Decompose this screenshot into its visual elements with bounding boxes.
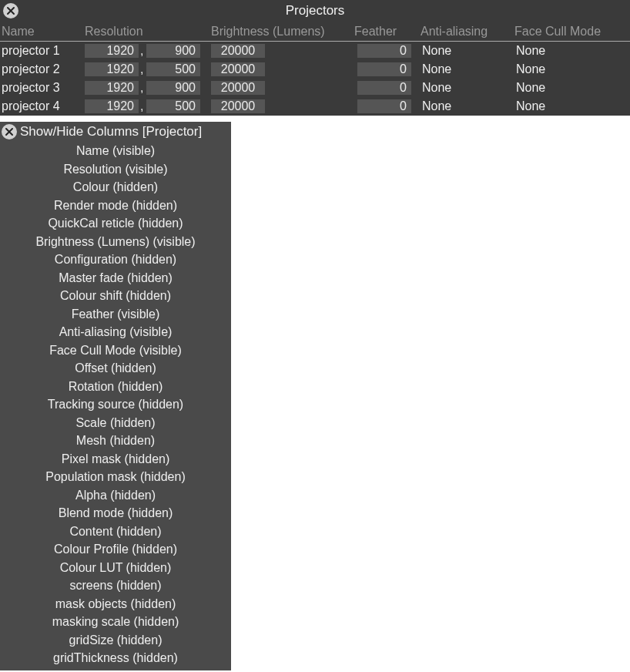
cell-name[interactable]: projector 4 — [0, 99, 85, 113]
cell-anti-aliasing[interactable]: None — [421, 81, 514, 95]
column-toggle-item[interactable]: Name (visible) — [0, 142, 231, 160]
cell-resolution: 1920, 900 — [85, 44, 211, 58]
cell-resolution: 1920, 900 — [85, 81, 211, 95]
column-toggle-item[interactable]: Configuration (hidden) — [0, 250, 231, 269]
column-toggle-item[interactable]: Colour LUT (hidden) — [0, 559, 231, 577]
column-toggle-item[interactable]: Alpha (hidden) — [0, 486, 231, 505]
table-row[interactable]: projector 3 1920, 900 20000 0 None None — [0, 79, 630, 97]
cell-anti-aliasing[interactable]: None — [421, 99, 514, 113]
column-toggle-item[interactable]: Colour (hidden) — [0, 178, 231, 197]
projectors-titlebar: Projectors — [0, 0, 630, 22]
cell-brightness: 20000 — [211, 99, 354, 113]
column-toggle-item[interactable]: gridThickness (hidden) — [0, 649, 231, 667]
column-toggle-item[interactable]: Population mask (hidden) — [0, 468, 231, 486]
column-toggle-item[interactable]: Scale (hidden) — [0, 414, 231, 432]
feather-input[interactable]: 0 — [357, 99, 411, 113]
feather-input[interactable]: 0 — [357, 62, 411, 76]
brightness-input[interactable]: 20000 — [211, 99, 265, 113]
cell-name[interactable]: projector 2 — [0, 62, 85, 76]
table-header: Name Resolution Brightness (Lumens) Feat… — [0, 22, 630, 42]
brightness-input[interactable]: 20000 — [211, 62, 265, 76]
cell-face-cull-mode[interactable]: None — [514, 62, 630, 76]
column-toggle-item[interactable]: Face Cull Mode (visible) — [0, 341, 231, 360]
cell-feather: 0 — [354, 44, 421, 58]
resolution-height-input[interactable]: 500 — [146, 99, 200, 113]
close-icon[interactable] — [2, 124, 17, 139]
table-row[interactable]: projector 1 1920, 900 20000 0 None None — [0, 42, 630, 60]
cell-feather: 0 — [354, 99, 421, 113]
column-toggle-item[interactable]: Content (hidden) — [0, 522, 231, 541]
column-toggle-item[interactable]: Anti-aliasing (visible) — [0, 323, 231, 341]
column-toggle-item[interactable]: Colour shift (hidden) — [0, 287, 231, 305]
table-row[interactable]: projector 4 1920, 500 20000 0 None None — [0, 97, 630, 116]
brightness-input[interactable]: 20000 — [211, 44, 265, 58]
table-row[interactable]: projector 2 1920, 500 20000 0 None None — [0, 60, 630, 79]
column-toggle-item[interactable]: Blend mode (hidden) — [0, 504, 231, 522]
column-toggle-item[interactable]: Pixel mask (hidden) — [0, 450, 231, 469]
cell-face-cull-mode[interactable]: None — [514, 81, 630, 95]
show-hide-columns-panel: Show/Hide Columns [Projector] Name (visi… — [0, 122, 231, 670]
cell-anti-aliasing[interactable]: None — [421, 62, 514, 76]
column-toggle-item[interactable]: Colour Profile (hidden) — [0, 540, 231, 559]
column-toggle-item[interactable]: Master fade (hidden) — [0, 269, 231, 287]
column-toggle-item[interactable]: Feather (visible) — [0, 305, 231, 324]
cell-face-cull-mode[interactable]: None — [514, 44, 630, 58]
cell-resolution: 1920, 500 — [85, 62, 211, 76]
projectors-panel: Projectors Name Resolution Brightness (L… — [0, 0, 630, 116]
column-toggle-item[interactable]: Resolution (visible) — [0, 160, 231, 179]
column-toggle-item[interactable]: masking scale (hidden) — [0, 613, 231, 631]
header-brightness[interactable]: Brightness (Lumens) — [211, 25, 354, 39]
columns-titlebar: Show/Hide Columns [Projector] — [0, 122, 231, 142]
column-toggle-item[interactable]: Render mode (hidden) — [0, 197, 231, 215]
header-name[interactable]: Name — [0, 25, 85, 39]
table-body: projector 1 1920, 900 20000 0 None None … — [0, 42, 630, 116]
resolution-width-input[interactable]: 1920 — [85, 62, 139, 76]
comma: , — [140, 44, 145, 58]
resolution-height-input[interactable]: 900 — [146, 81, 200, 95]
column-toggle-item[interactable]: Rotation (hidden) — [0, 378, 231, 396]
column-toggle-item[interactable]: QuickCal reticle (hidden) — [0, 214, 231, 233]
cell-anti-aliasing[interactable]: None — [421, 44, 514, 58]
resolution-width-input[interactable]: 1920 — [85, 99, 139, 113]
column-toggle-item[interactable]: gridSize (hidden) — [0, 631, 231, 650]
cell-brightness: 20000 — [211, 44, 354, 58]
header-resolution[interactable]: Resolution — [85, 25, 211, 39]
resolution-height-input[interactable]: 900 — [146, 44, 200, 58]
cell-brightness: 20000 — [211, 81, 354, 95]
cell-face-cull-mode[interactable]: None — [514, 99, 630, 113]
panel-title: Projectors — [0, 3, 630, 18]
resolution-height-input[interactable]: 500 — [146, 62, 200, 76]
comma: , — [140, 81, 145, 95]
column-toggle-item[interactable]: Offset (hidden) — [0, 359, 231, 378]
comma: , — [140, 62, 145, 76]
column-toggle-item[interactable]: screens (hidden) — [0, 576, 231, 595]
header-anti-aliasing[interactable]: Anti-aliasing — [421, 25, 514, 39]
column-toggle-item[interactable]: Tracking source (hidden) — [0, 395, 231, 414]
cell-resolution: 1920, 500 — [85, 99, 211, 113]
brightness-input[interactable]: 20000 — [211, 81, 265, 95]
column-toggle-item[interactable]: Brightness (Lumens) (visible) — [0, 233, 231, 251]
cell-brightness: 20000 — [211, 62, 354, 76]
cell-feather: 0 — [354, 62, 421, 76]
column-toggle-item[interactable]: Mesh (hidden) — [0, 432, 231, 450]
columns-list: Name (visible)Resolution (visible)Colour… — [0, 142, 231, 670]
resolution-width-input[interactable]: 1920 — [85, 81, 139, 95]
feather-input[interactable]: 0 — [357, 81, 411, 95]
columns-panel-title: Show/Hide Columns [Projector] — [20, 124, 202, 139]
header-feather[interactable]: Feather — [354, 25, 421, 39]
cell-name[interactable]: projector 3 — [0, 81, 85, 95]
comma: , — [140, 99, 145, 113]
cell-feather: 0 — [354, 81, 421, 95]
column-toggle-item[interactable]: mask objects (hidden) — [0, 595, 231, 613]
header-face-cull-mode[interactable]: Face Cull Mode — [514, 25, 630, 39]
feather-input[interactable]: 0 — [357, 44, 411, 58]
resolution-width-input[interactable]: 1920 — [85, 44, 139, 58]
cell-name[interactable]: projector 1 — [0, 44, 85, 58]
